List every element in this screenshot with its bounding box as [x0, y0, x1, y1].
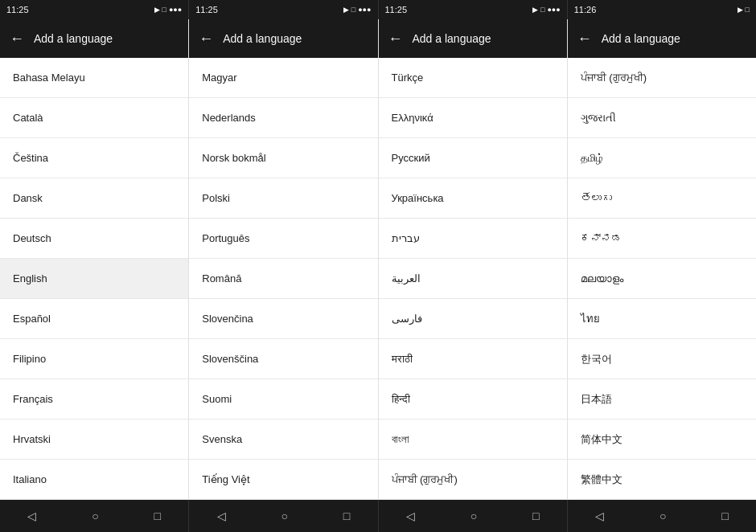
- back-button-2[interactable]: ←: [199, 31, 213, 47]
- status-time-3: 11:25: [385, 5, 408, 14]
- language-item[interactable]: فارسی: [379, 299, 567, 339]
- back-nav-1[interactable]: ◁: [21, 506, 43, 526]
- language-item[interactable]: ગુજરાતી: [568, 98, 756, 138]
- top-bar-1: ← Add a language: [0, 19, 188, 58]
- language-item[interactable]: Türkçe: [379, 58, 567, 98]
- language-name: ਪੰਜਾਬੀ (ਗੁਰਮੁਖੀ): [581, 72, 647, 84]
- back-nav-4[interactable]: ◁: [589, 506, 610, 526]
- language-item[interactable]: 繁體中文: [568, 460, 756, 500]
- status-time-4: 11:26: [574, 5, 597, 14]
- language-item[interactable]: Română: [189, 259, 377, 299]
- language-name: Slovenščina: [202, 353, 258, 365]
- language-item[interactable]: Français: [0, 379, 188, 419]
- language-item[interactable]: Dansk: [0, 178, 188, 219]
- back-button-1[interactable]: ←: [10, 31, 24, 47]
- language-item[interactable]: తెలుగు: [568, 178, 756, 219]
- language-item[interactable]: Suomi: [189, 379, 377, 419]
- screen-icon-4: □: [746, 6, 750, 14]
- nav-bar: ◁ ○ □ ◁ ○ □ ◁ ○ □ ◁ ○ □: [0, 500, 756, 532]
- language-name: മലയാളം: [581, 272, 623, 285]
- back-nav-3[interactable]: ◁: [400, 506, 421, 526]
- home-nav-1[interactable]: ○: [85, 506, 105, 526]
- language-item[interactable]: Slovenščina: [189, 339, 377, 379]
- language-item[interactable]: Filipino: [0, 339, 188, 379]
- language-name: עברית: [392, 232, 420, 244]
- language-item[interactable]: Nederlands: [189, 98, 377, 138]
- language-name: Dansk: [13, 192, 43, 204]
- language-item[interactable]: العربية: [379, 259, 567, 299]
- language-item[interactable]: हिन्दी: [379, 379, 567, 419]
- language-name: Bahasa Melayu: [13, 72, 85, 84]
- panel-2: ← Add a language MagyarNederlandsNorsk b…: [189, 19, 378, 500]
- language-item[interactable]: Italiano: [0, 460, 188, 500]
- status-icons-3: ▶ □ ●●●: [532, 6, 561, 14]
- language-name: हिन्दी: [392, 393, 410, 406]
- language-item[interactable]: मराठी: [379, 339, 567, 379]
- language-item[interactable]: 简体中文: [568, 419, 756, 460]
- status-panel-4: 11:26 ▶ □: [568, 0, 756, 19]
- recents-nav-3[interactable]: □: [526, 506, 545, 526]
- signal-icon-2: ●●●: [358, 6, 371, 14]
- language-list-2[interactable]: MagyarNederlandsNorsk bokmålPolskiPortug…: [189, 58, 377, 500]
- home-nav-2[interactable]: ○: [274, 506, 294, 526]
- panel-3: ← Add a language TürkçeΕλληνικάРусскийУк…: [379, 19, 568, 500]
- language-list-1[interactable]: Bahasa MelayuCatalàČeštinaDanskDeutschEn…: [0, 58, 188, 500]
- back-button-3[interactable]: ←: [388, 31, 403, 47]
- panel-2-title: Add a language: [223, 32, 302, 45]
- language-item[interactable]: Português: [189, 219, 377, 259]
- language-item[interactable]: Magyar: [189, 58, 377, 98]
- language-item[interactable]: Українська: [379, 178, 567, 219]
- back-button-4[interactable]: ←: [577, 31, 592, 47]
- language-list-3[interactable]: TürkçeΕλληνικάРусскийУкраїнськаעבריתالعر…: [379, 58, 567, 500]
- media-icon-4: ▶: [738, 6, 743, 14]
- language-item[interactable]: English: [0, 259, 188, 299]
- language-item[interactable]: 日本語: [568, 379, 756, 419]
- language-item[interactable]: Tiếng Việt: [189, 460, 377, 500]
- language-list-4[interactable]: ਪੰਜਾਬੀ (ਗੁਰਮੁਖੀ)ગુજરાતીதமிழ்తెలుగుಕನ್ನಡമ…: [568, 58, 756, 500]
- language-name: Deutsch: [13, 232, 51, 244]
- panel-1-title: Add a language: [34, 32, 113, 45]
- language-name: Filipino: [13, 353, 46, 365]
- status-icons-2: ▶ □ ●●●: [343, 6, 372, 14]
- language-name: العربية: [392, 272, 421, 284]
- status-icons-1: ▶ □ ●●●: [154, 6, 183, 14]
- signal-icon-1: ●●●: [169, 6, 182, 14]
- language-item[interactable]: മലയാളം: [568, 259, 756, 299]
- recents-nav-1[interactable]: □: [147, 506, 166, 526]
- language-item[interactable]: Hrvatski: [0, 419, 188, 460]
- language-item[interactable]: Русский: [379, 138, 567, 178]
- language-item[interactable]: ਪੰਜਾਬੀ (ਗੁਰਮੁਖੀ): [568, 58, 756, 98]
- language-item[interactable]: தமிழ்: [568, 138, 756, 178]
- back-nav-2[interactable]: ◁: [211, 506, 232, 526]
- language-name: Čeština: [13, 152, 48, 164]
- recents-nav-2[interactable]: □: [337, 506, 356, 526]
- language-item[interactable]: ਪੰਜਾਬੀ (ਗੁਰਮੁਖੀ): [379, 460, 567, 500]
- language-name: فارسی: [392, 313, 422, 325]
- language-name: ਪੰਜਾਬੀ (ਗੁਰਮੁਖੀ): [392, 473, 458, 486]
- home-nav-3[interactable]: ○: [464, 506, 483, 526]
- recents-nav-4[interactable]: □: [715, 506, 734, 526]
- language-item[interactable]: বাংলা: [379, 419, 567, 460]
- language-item[interactable]: Norsk bokmål: [189, 138, 377, 178]
- top-bar-2: ← Add a language: [189, 19, 377, 58]
- nav-panel-3: ◁ ○ □: [379, 500, 568, 532]
- language-item[interactable]: Bahasa Melayu: [0, 58, 188, 98]
- home-nav-4[interactable]: ○: [653, 506, 672, 526]
- language-item[interactable]: עברית: [379, 219, 567, 259]
- language-item[interactable]: Čeština: [0, 138, 188, 178]
- language-item[interactable]: Polski: [189, 178, 377, 219]
- language-item[interactable]: Deutsch: [0, 219, 188, 259]
- language-item[interactable]: Slovenčina: [189, 299, 377, 339]
- top-bar-4: ← Add a language: [568, 19, 756, 58]
- language-item[interactable]: Català: [0, 98, 188, 138]
- media-icon-3: ▶: [532, 6, 538, 14]
- language-item[interactable]: Svenska: [189, 419, 377, 460]
- language-item[interactable]: Ελληνικά: [379, 98, 567, 138]
- language-item[interactable]: Español: [0, 299, 188, 339]
- language-name: English: [13, 272, 47, 284]
- language-item[interactable]: ಕನ್ನಡ: [568, 219, 756, 259]
- status-bar: 11:25 ▶ □ ●●● 11:25 ▶ □ ●●● 11:25 ▶ □ ●●…: [0, 0, 756, 19]
- language-name: 简体中文: [581, 432, 622, 447]
- language-item[interactable]: 한국어: [568, 339, 756, 379]
- language-item[interactable]: ไทย: [568, 299, 756, 339]
